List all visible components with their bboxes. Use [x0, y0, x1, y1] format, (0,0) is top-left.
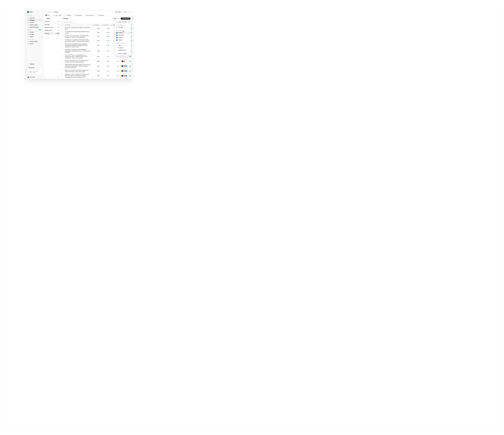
collapse-panel-icon[interactable] — [58, 77, 59, 78]
row-checkbox[interactable] — [62, 64, 63, 65]
menu-item[interactable]: ✓ Position — [115, 36, 131, 39]
menu-item[interactable]: Created — [115, 47, 131, 49]
search-prompts-input[interactable] — [62, 21, 77, 23]
add-prompts-button[interactable]: + Add prompts — [121, 17, 130, 20]
checkbox[interactable]: ✓ — [116, 39, 117, 41]
visibility-value: 97% — [92, 43, 101, 48]
sidebar-item[interactable]: Owned — [27, 33, 43, 35]
topic-item[interactable]: No topic 153 + — [44, 32, 60, 35]
drag-handle-icon[interactable] — [128, 32, 130, 33]
position-value: 5.1 — [117, 61, 119, 62]
menu-item[interactable]: Visibility trend — [115, 49, 131, 52]
menu-item[interactable]: ✓ Sentiment — [115, 34, 131, 36]
breadcrumb-section[interactable]: General — [48, 11, 52, 13]
row-checkbox[interactable] — [62, 54, 63, 56]
gear-icon — [28, 63, 29, 65]
filter-icon: Ford — [45, 15, 47, 16]
table-row[interactable]: Build your resilience with holistic meth… — [60, 69, 132, 73]
row-checkbox[interactable] — [62, 35, 63, 36]
user-menu[interactable]: Vraj shah — [26, 75, 43, 79]
workspace-switcher[interactable]: Ford Ford ▼ — [26, 10, 43, 14]
row-checkbox[interactable] — [62, 70, 63, 71]
volume-bar — [132, 75, 132, 76]
select-all-checkbox[interactable] — [62, 24, 63, 26]
chevron-down-icon: ▼ — [104, 15, 105, 16]
get-set-up-card[interactable]: Get set up · 0/5 Include 3 topics with 3… — [27, 66, 42, 74]
filter-chip[interactable]: Last 7 days ▼ — [53, 14, 63, 17]
columns-icon — [129, 21, 130, 23]
topic-item[interactable]: Health options 40 + — [44, 29, 60, 32]
checkbox[interactable]: ✓ — [116, 32, 117, 34]
menu-item-label: Sentiment — [118, 35, 124, 36]
topic-item[interactable]: Add topic + — [44, 23, 60, 26]
checkbox[interactable] — [116, 50, 117, 51]
column-header-sentiment[interactable]: Sentiment — [101, 24, 110, 26]
row-checkbox[interactable] — [62, 74, 63, 75]
table-row[interactable]: Boost your wellness with personalized fi… — [60, 78, 132, 79]
sentiment-cell: 98 — [101, 26, 110, 30]
sidebar-item[interactable]: Sources — [27, 21, 43, 24]
checkbox[interactable] — [116, 45, 117, 46]
sidebar-item[interactable]: Prompt Builder — [27, 40, 43, 43]
row-checkbox[interactable] — [62, 60, 63, 61]
sidebar-item[interactable]: Brand perception — [27, 26, 43, 28]
column-header-prompt[interactable]: Prompt — [64, 24, 92, 26]
sidebar-item[interactable]: Overview — [27, 17, 43, 19]
row-checkbox[interactable] — [62, 44, 63, 45]
checkbox[interactable]: ✓ — [116, 37, 117, 38]
menu-item[interactable]: ✓ Visibility — [116, 32, 130, 34]
sentiment-cell: 73 — [101, 54, 110, 59]
trial-label: Trial ends in — [115, 11, 121, 13]
sentiment-cell: 39 — [101, 73, 110, 78]
filter-chip[interactable]: All countries ▼ — [85, 14, 96, 17]
filter-chip[interactable]: All tags ▼ — [64, 14, 73, 17]
reset-to-default-button[interactable]: Reset to default — [115, 52, 131, 55]
volume-bar — [130, 70, 130, 71]
sidebar-item-icon — [28, 41, 29, 42]
menu-item[interactable]: ✓ Prompts — [115, 26, 131, 28]
checkbox[interactable]: ✓ — [116, 27, 117, 28]
sidebar-item[interactable]: Market insights — [27, 24, 43, 26]
sidebar-item-label: Market insights — [30, 24, 38, 26]
row-checkbox[interactable] — [62, 39, 63, 41]
visibility-icon — [93, 24, 94, 26]
search-icon — [63, 21, 64, 23]
sidebar-item[interactable]: Impact — [27, 35, 43, 38]
table-row[interactable]: Prioritize restorative sleep, stay hydra… — [60, 59, 132, 63]
help-icon[interactable]: ? — [129, 11, 130, 13]
row-checkbox[interactable] — [62, 49, 63, 50]
sidebar-toggle-icon[interactable] — [45, 11, 46, 13]
sentiment-cell: 95 — [101, 30, 110, 34]
volume-bar — [132, 40, 132, 41]
sidebar-item[interactable]: Prompts — [27, 19, 43, 21]
sentiment-value: 86 — [108, 50, 109, 52]
sidebar-item-settings[interactable]: Settings — [27, 63, 43, 65]
checkbox[interactable]: ✓ — [116, 35, 117, 36]
row-checkbox[interactable] — [62, 27, 63, 28]
sentiment-value: 59 — [108, 61, 109, 62]
filter-chip[interactable]: All models ▼ — [74, 14, 84, 17]
sidebar-section-label: Preferences — [27, 38, 43, 40]
filter-chip[interactable]: All topics ▼ — [97, 14, 106, 17]
menu-item-label: Position — [118, 37, 123, 38]
column-header-visibility[interactable]: Visibility — [92, 24, 101, 26]
sidebar-item[interactable]: Brands — [27, 43, 43, 45]
menu-item[interactable]: ✓ Volume — [115, 39, 131, 41]
topic-item[interactable]: All topics 243 + — [44, 20, 60, 23]
menu-item[interactable]: Tags — [115, 44, 131, 47]
edit-topics-icon[interactable] — [45, 77, 46, 78]
sentiment-cell: 35 — [101, 78, 110, 79]
filter-icon — [86, 15, 87, 16]
checkbox[interactable] — [116, 47, 117, 49]
manage-columns-button[interactable] — [128, 21, 130, 23]
row-checkbox[interactable] — [62, 31, 63, 32]
sort-icon[interactable] — [58, 18, 59, 19]
openai-model-icon — [122, 65, 123, 67]
avatar — [27, 76, 29, 78]
table-row[interactable]: Engage in conscious eating and empower y… — [60, 73, 132, 78]
topic-item[interactable]: Fastest in 2025 40 + — [44, 26, 60, 29]
sidebar-item[interactable]: Earned — [27, 31, 43, 33]
table-row[interactable]: Adopt mindful eating and energize your b… — [60, 63, 132, 69]
filter-chip[interactable]: Ford Ford ▼ — [45, 14, 52, 17]
export-prompts-button[interactable]: Export prompts — [116, 21, 127, 23]
